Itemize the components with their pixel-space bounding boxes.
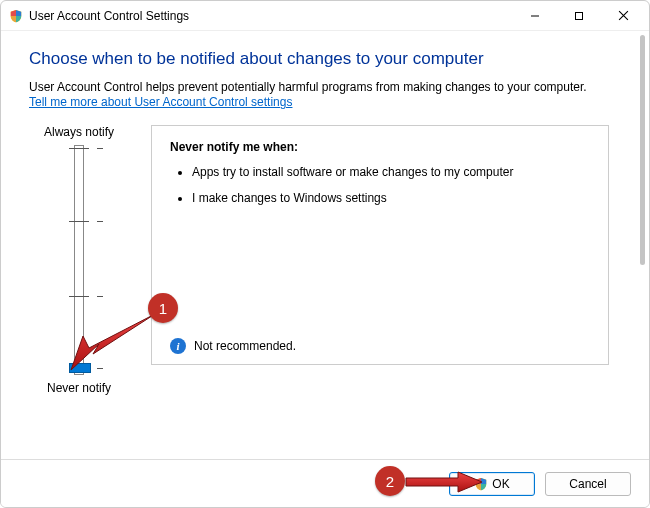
annotation-badge-1: 1 <box>148 293 178 323</box>
content-area: Choose when to be notified about changes… <box>1 31 649 459</box>
uac-window: User Account Control Settings Choose whe… <box>0 0 650 508</box>
cancel-button[interactable]: Cancel <box>545 472 631 496</box>
learn-more-link[interactable]: Tell me more about User Account Control … <box>29 95 292 109</box>
close-button[interactable] <box>601 2 645 30</box>
description-text: User Account Control helps prevent poten… <box>29 79 609 95</box>
svg-rect-0 <box>576 12 583 19</box>
slider-bottom-label: Never notify <box>29 381 129 395</box>
titlebar: User Account Control Settings <box>1 1 649 31</box>
scrollbar[interactable] <box>639 35 647 455</box>
window-title: User Account Control Settings <box>29 9 189 23</box>
maximize-button[interactable] <box>557 2 601 30</box>
slider-thumb[interactable] <box>69 363 91 373</box>
window-buttons <box>513 2 645 30</box>
scrollbar-thumb[interactable] <box>640 35 645 265</box>
page-heading: Choose when to be notified about changes… <box>29 49 609 69</box>
ok-button-label: OK <box>492 477 509 491</box>
panel-bullet: I make changes to Windows settings <box>192 190 590 206</box>
minimize-button[interactable] <box>513 2 557 30</box>
panel-title: Never notify me when: <box>170 140 590 154</box>
uac-shield-icon <box>474 477 488 491</box>
panel-footer-text: Not recommended. <box>194 339 296 353</box>
notification-slider[interactable] <box>59 145 99 375</box>
annotation-badge-2: 2 <box>375 466 405 496</box>
slider-top-label: Always notify <box>29 125 129 139</box>
info-icon: i <box>170 338 186 354</box>
footer: OK Cancel <box>1 459 649 507</box>
panel-bullet: Apps try to install software or make cha… <box>192 164 590 180</box>
ok-button[interactable]: OK <box>449 472 535 496</box>
cancel-button-label: Cancel <box>569 477 606 491</box>
uac-shield-icon <box>9 9 23 23</box>
info-panel: Never notify me when: Apps try to instal… <box>151 125 609 365</box>
